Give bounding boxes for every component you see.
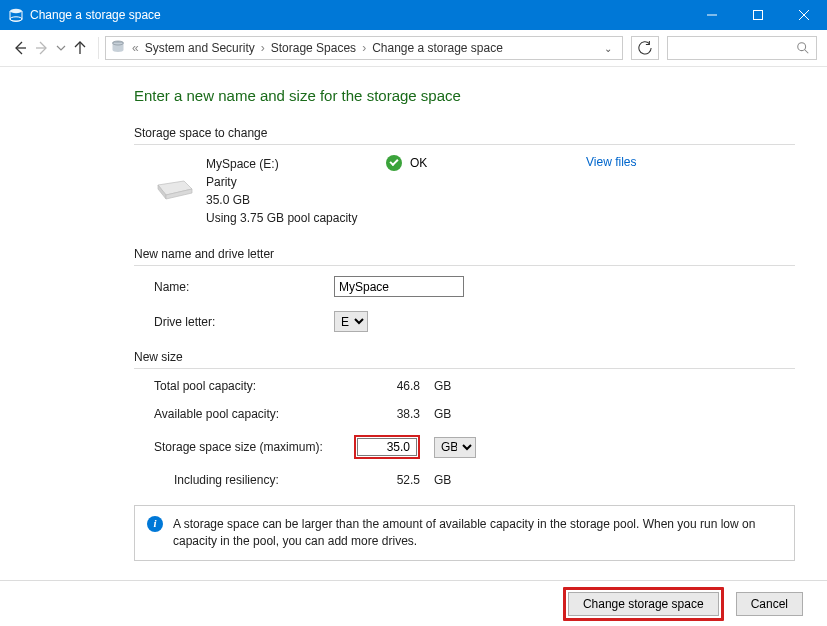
chevron-right-icon[interactable]: ›	[259, 41, 267, 55]
storage-spaces-icon	[8, 7, 24, 23]
highlight-annotation	[354, 435, 420, 459]
view-files-link[interactable]: View files	[586, 155, 636, 169]
svg-point-0	[10, 9, 22, 13]
highlight-annotation: Change storage space	[563, 587, 724, 621]
info-box: i A storage space can be larger than the…	[134, 505, 795, 561]
recent-locations-button[interactable]	[54, 43, 68, 53]
resiliency-label: Including resiliency:	[154, 473, 354, 487]
space-type: Parity	[206, 173, 386, 191]
space-name: MySpace (E:)	[206, 155, 386, 173]
total-capacity-label: Total pool capacity:	[154, 379, 354, 393]
maximize-button[interactable]	[735, 0, 781, 30]
breadcrumb-storage-spaces[interactable]: Storage Spaces	[267, 41, 360, 55]
name-input[interactable]	[334, 276, 464, 297]
up-button[interactable]	[70, 40, 90, 56]
svg-point-11	[798, 43, 806, 51]
page-heading: Enter a new name and size for the storag…	[134, 87, 795, 104]
minimize-button[interactable]	[689, 0, 735, 30]
name-label: Name:	[154, 280, 334, 294]
drive-letter-select[interactable]: E:	[334, 311, 368, 332]
drive-letter-label: Drive letter:	[154, 315, 334, 329]
available-capacity-value: 38.3	[354, 407, 434, 421]
section-space-to-change: Storage space to change	[134, 126, 795, 145]
back-button[interactable]	[10, 40, 30, 56]
status-ok-icon	[386, 155, 402, 171]
address-dropdown-button[interactable]: ⌄	[598, 43, 618, 54]
max-size-unit-select[interactable]: GB	[434, 437, 476, 458]
info-icon: i	[147, 516, 163, 532]
space-size: 35.0 GB	[206, 191, 386, 209]
svg-point-1	[10, 17, 22, 21]
navigation-toolbar: « System and Security › Storage Spaces ›…	[0, 30, 827, 67]
close-button[interactable]	[781, 0, 827, 30]
svg-rect-3	[754, 11, 763, 20]
cancel-button[interactable]: Cancel	[736, 592, 803, 616]
search-input[interactable]	[667, 36, 817, 60]
svg-line-12	[805, 50, 809, 54]
available-capacity-label: Available pool capacity:	[154, 407, 354, 421]
max-size-label: Storage space size (maximum):	[154, 440, 354, 454]
resiliency-unit: GB	[434, 473, 484, 487]
drive-icon	[154, 175, 194, 205]
chevron-right-icon[interactable]: ›	[360, 41, 368, 55]
section-new-size: New size	[134, 350, 795, 369]
content-area: Enter a new name and size for the storag…	[0, 67, 827, 580]
resiliency-value: 52.5	[354, 473, 434, 487]
space-usage: Using 3.75 GB pool capacity	[206, 209, 386, 227]
max-size-input[interactable]	[357, 438, 417, 456]
window-title: Change a storage space	[30, 8, 689, 22]
status-text: OK	[410, 156, 427, 170]
refresh-button[interactable]	[631, 36, 659, 60]
total-capacity-unit: GB	[434, 379, 484, 393]
info-text: A storage space can be larger than the a…	[173, 516, 782, 550]
section-new-name: New name and drive letter	[134, 247, 795, 266]
window-titlebar: Change a storage space	[0, 0, 827, 30]
storage-spaces-icon	[110, 39, 126, 58]
breadcrumb-change-space[interactable]: Change a storage space	[368, 41, 507, 55]
breadcrumb-system-security[interactable]: System and Security	[141, 41, 259, 55]
address-bar[interactable]: « System and Security › Storage Spaces ›…	[105, 36, 623, 60]
total-capacity-value: 46.8	[354, 379, 434, 393]
breadcrumb-separator: «	[130, 41, 141, 55]
dialog-footer: Change storage space Cancel	[0, 580, 827, 626]
forward-button[interactable]	[32, 40, 52, 56]
storage-space-summary: MySpace (E:) Parity 35.0 GB Using 3.75 G…	[134, 155, 795, 227]
change-storage-space-button[interactable]: Change storage space	[568, 592, 719, 616]
available-capacity-unit: GB	[434, 407, 484, 421]
